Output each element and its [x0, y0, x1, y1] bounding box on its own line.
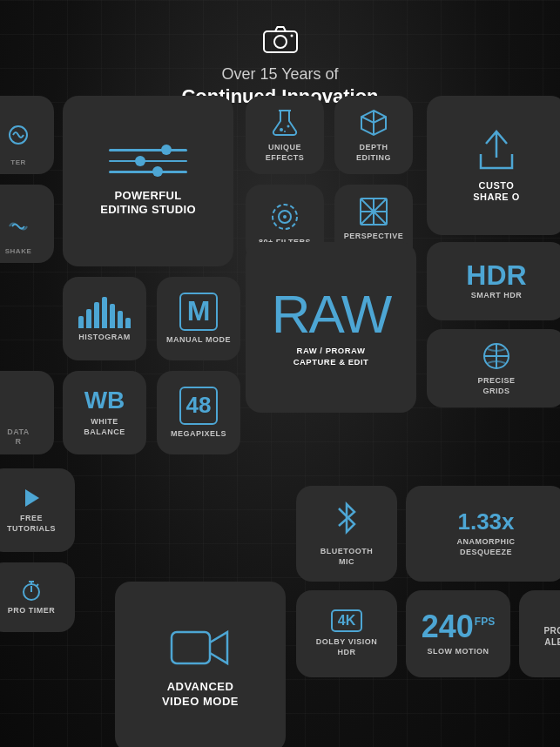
- editing-studio-label: POWERFULEDITING STUDIO: [100, 189, 196, 218]
- tile-depth-editing: DEPTHEDITING: [334, 96, 413, 174]
- perspective-icon: [358, 196, 389, 227]
- unique-effects-label: UNIQUEEFFECTS: [266, 143, 305, 163]
- white-balance-label: WHITEBALANCE: [84, 417, 125, 437]
- tile-dolby-vision: 4K DOLBY VISIONHDR: [296, 590, 397, 677]
- megapixels-number: 48: [179, 387, 218, 425]
- svg-rect-21: [172, 632, 210, 663]
- hdr-text: HDR: [466, 261, 526, 289]
- advanced-video-label: ADVANCEDVIDEO MODE: [162, 680, 239, 710]
- manual-mode-letter: M: [179, 293, 218, 331]
- tile-raw: RAW RAW / PRORAWCAPTURE & EDIT: [246, 242, 416, 413]
- timer-icon: [20, 579, 43, 602]
- histogram-label: HISTOGRAM: [78, 333, 130, 343]
- filters-icon: [268, 200, 301, 233]
- tile-histogram: HISTOGRAM: [63, 277, 146, 360]
- data-r-label: DATAR: [7, 427, 30, 448]
- tile-precise-grids: PRECISEGRIDS: [427, 329, 560, 407]
- play-icon: [20, 487, 43, 509]
- depth-editing-label: DEPTHEDITING: [356, 143, 391, 163]
- tile-bluetooth-mic: BLUETOOTHMIC: [296, 486, 397, 582]
- tile-hdr: HDR SMART HDR: [427, 242, 560, 320]
- grid-area: TER SHAKE: [0, 94, 560, 747]
- tile-shake: SHAKE: [0, 185, 54, 263]
- svg-marker-19: [25, 489, 39, 507]
- tile-ter-filter: TER: [0, 96, 54, 174]
- tile-free-tutorials: FREETUTORIALS: [0, 468, 75, 552]
- svg-point-6: [287, 124, 290, 127]
- tile-anamorphic: 1.33x ANAMORPHICDESQUEEZE: [406, 486, 560, 582]
- dolby-vision-label: DOLBY VISIONHDR: [316, 637, 377, 657]
- slow-motion-label: SLOW MOTION: [428, 647, 489, 657]
- video-icon: [170, 625, 231, 673]
- anamorphic-multiplier: 1.33x: [457, 510, 514, 533]
- custom-share-label: CUSTOSHARE O: [473, 180, 520, 203]
- flask-icon: [269, 107, 300, 138]
- tile-editing-studio: POWERFULEDITING STUDIO: [63, 96, 233, 266]
- free-tutorials-label: FREETUTORIALS: [7, 514, 56, 534]
- tile-white-balance: WB WHITEBALANCE: [63, 371, 146, 454]
- tile-pro-alert: PROALE: [519, 590, 560, 677]
- anamorphic-label: ANAMORPHICDESQUEEZE: [457, 537, 516, 557]
- bluetooth-icon: [334, 500, 360, 542]
- tile-slow-motion: 240 FPS SLOW MOTION: [406, 590, 510, 677]
- cube-icon: [358, 107, 389, 138]
- tile-unique-effects: UNIQUEEFFECTS: [246, 96, 324, 174]
- pro-alert-label: PROALE: [543, 625, 560, 648]
- svg-point-2: [290, 35, 293, 37]
- svg-point-7: [284, 131, 286, 132]
- precise-grids-label: PRECISEGRIDS: [477, 376, 515, 396]
- raw-label: RAW / PRORAWCAPTURE & EDIT: [293, 346, 369, 367]
- sliders-icon: [109, 145, 187, 177]
- svg-point-1: [274, 36, 287, 48]
- camera-icon: [17, 24, 543, 57]
- fps-label: FPS: [475, 616, 495, 627]
- raw-text: RAW: [272, 287, 390, 341]
- hdr-label: SMART HDR: [471, 291, 523, 301]
- tile-data-r: DATAR: [0, 371, 54, 454]
- share-icon: [474, 128, 519, 173]
- svg-point-10: [283, 215, 287, 219]
- page-container: Over 15 Years of Continued Innovation TE…: [0, 0, 560, 747]
- tile-advanced-video: ADVANCEDVIDEO MODE: [115, 582, 286, 747]
- svg-point-5: [280, 128, 283, 131]
- bluetooth-mic-label: BLUETOOTHMIC: [320, 547, 373, 567]
- tile-megapixels: 48 MEGAPIXELS: [157, 371, 240, 454]
- 4k-label: 4K: [331, 609, 362, 632]
- white-balance-text: WB: [84, 388, 125, 413]
- header-subtitle: Over 15 Years of: [17, 64, 543, 84]
- pro-timer-label: PRO TIMER: [8, 606, 56, 616]
- manual-mode-label: MANUAL MODE: [166, 335, 231, 346]
- megapixels-label: MEGAPIXELS: [171, 429, 226, 440]
- ter-label: TER: [10, 158, 26, 167]
- tile-custom-share: CUSTOSHARE O: [427, 96, 560, 235]
- slow-motion-number: 240: [422, 611, 474, 643]
- tile-pro-timer: PRO TIMER: [0, 562, 75, 632]
- tile-manual-mode: M MANUAL MODE: [157, 277, 240, 360]
- grids-icon: [481, 340, 512, 372]
- histogram-bars: [78, 295, 131, 328]
- shake-label: SHAKE: [5, 247, 32, 256]
